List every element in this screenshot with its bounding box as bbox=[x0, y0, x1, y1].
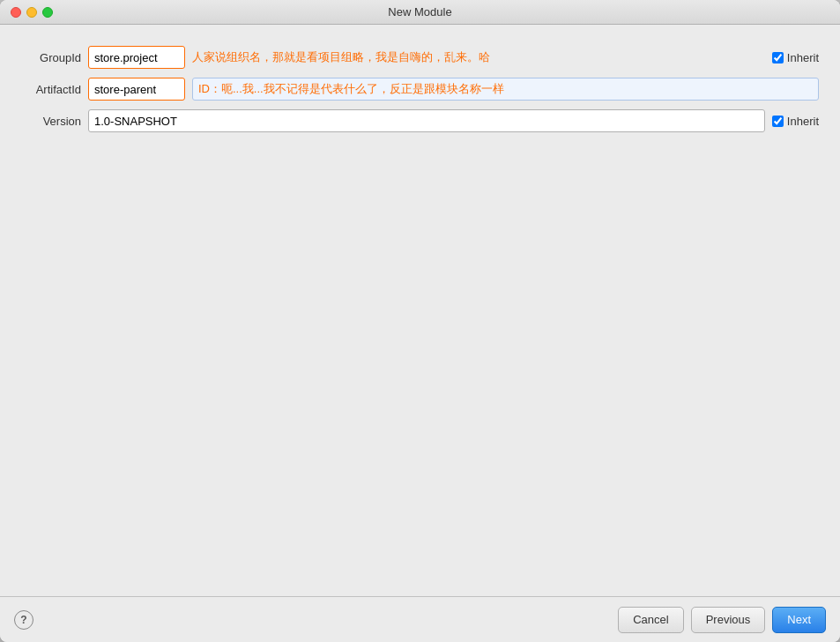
bottom-bar: ? Cancel Previous Next bbox=[0, 596, 840, 642]
groupid-inherit-checkbox[interactable] bbox=[772, 52, 784, 63]
version-inherit-text: Inherit bbox=[787, 115, 819, 128]
artifactid-input[interactable] bbox=[88, 78, 185, 101]
groupid-label: GroupId bbox=[21, 51, 81, 64]
artifactid-row: ArtifactId ID：呃...我...我不记得是代表什么了，反正是跟模块名… bbox=[21, 78, 819, 101]
groupid-hint: 人家说组织名，那就是看项目组略，我是自嗨的，乱来。哈 bbox=[192, 49, 490, 65]
main-content: GroupId 人家说组织名，那就是看项目组略，我是自嗨的，乱来。哈 Inher… bbox=[0, 25, 840, 596]
artifactid-label: ArtifactId bbox=[21, 83, 81, 96]
bottom-right: Cancel Previous Next bbox=[618, 607, 826, 633]
version-row: Version Inherit bbox=[21, 109, 819, 132]
help-button[interactable]: ? bbox=[14, 610, 33, 630]
version-inherit-label[interactable]: Inherit bbox=[772, 115, 819, 128]
artifactid-hint-box: ID：呃...我...我不记得是代表什么了，反正是跟模块名称一样 bbox=[192, 78, 819, 101]
next-button[interactable]: Next bbox=[772, 607, 826, 633]
groupid-input-wrapper: 人家说组织名，那就是看项目组略，我是自嗨的，乱来。哈 bbox=[88, 46, 765, 69]
artifactid-hint: ID：呃...我...我不记得是代表什么了，反正是跟模块名称一样 bbox=[198, 81, 504, 97]
window-title: New Module bbox=[388, 5, 451, 19]
minimize-button[interactable] bbox=[26, 7, 37, 18]
previous-button[interactable]: Previous bbox=[691, 607, 766, 633]
version-input-wrapper bbox=[88, 109, 765, 132]
cancel-button[interactable]: Cancel bbox=[618, 607, 683, 633]
groupid-row: GroupId 人家说组织名，那就是看项目组略，我是自嗨的，乱来。哈 Inher… bbox=[21, 46, 819, 69]
groupid-inherit-label[interactable]: Inherit bbox=[772, 51, 819, 64]
version-label: Version bbox=[21, 115, 81, 128]
groupid-input[interactable] bbox=[88, 46, 185, 69]
maximize-button[interactable] bbox=[42, 7, 53, 18]
groupid-inherit-text: Inherit bbox=[787, 51, 819, 64]
artifactid-input-wrapper: ID：呃...我...我不记得是代表什么了，反正是跟模块名称一样 bbox=[88, 78, 819, 101]
version-input[interactable] bbox=[88, 109, 765, 132]
bottom-left: ? bbox=[14, 610, 33, 630]
title-bar: New Module bbox=[0, 0, 840, 25]
traffic-lights bbox=[11, 7, 53, 18]
close-button[interactable] bbox=[11, 7, 21, 18]
version-inherit-checkbox[interactable] bbox=[772, 116, 784, 127]
new-module-window: New Module GroupId 人家说组织名，那就是看项目组略，我是自嗨的… bbox=[0, 0, 840, 642]
form-section: GroupId 人家说组织名，那就是看项目组略，我是自嗨的，乱来。哈 Inher… bbox=[21, 46, 819, 132]
